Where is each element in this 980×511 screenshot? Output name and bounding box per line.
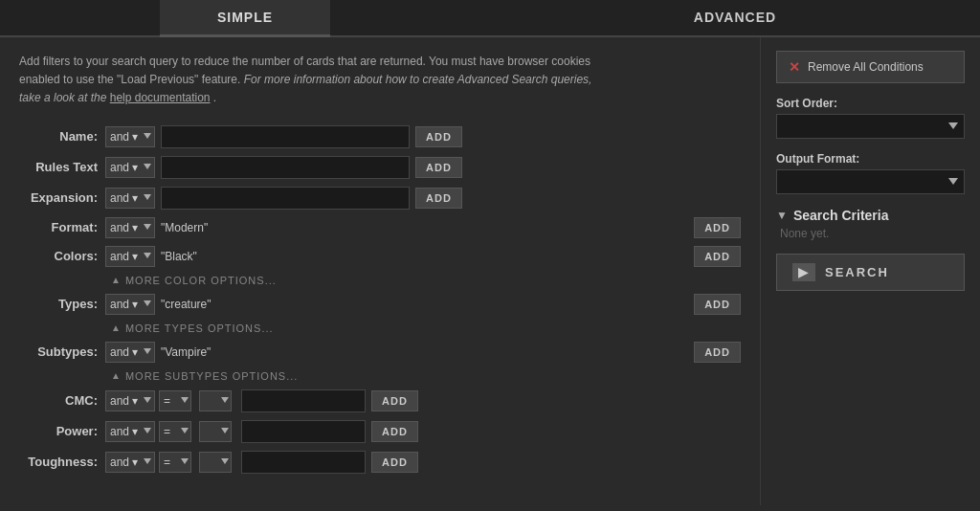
colors-label: Colors: [19,249,105,263]
format-operator[interactable]: and ▾or ▾not ▾ [105,217,155,238]
rules-text-row: Rules Text and ▾or ▾not ▾ ADD [19,156,741,179]
more-subtypes-arrow-icon: ▲ [111,370,122,381]
more-subtypes-options[interactable]: ▲ MORE SUBTYPES OPTIONS... [111,370,741,382]
rules-text-add-button[interactable]: ADD [415,157,462,178]
main-container: Add filters to your search query to redu… [0,37,980,505]
types-label: Types: [19,297,105,311]
types-row: Types: and ▾or ▾not ▾ "creature" ADD [19,294,741,315]
cmc-label: CMC: [19,393,105,408]
x-icon: ✕ [789,59,800,75]
name-label: Name: [19,129,105,144]
more-types-arrow-icon: ▲ [111,322,122,333]
cmc-val[interactable]: 12 [199,390,232,411]
expansion-add-button[interactable]: ADD [415,188,462,209]
cmc-row: CMC: and ▾or ▾not ▾ =<> 12 ADD [19,389,741,412]
rules-text-input[interactable] [161,156,410,179]
help-link[interactable]: help documentation [110,91,211,104]
expansion-row: Expansion: and ▾or ▾not ▾ ADD [19,187,741,210]
toughness-row: Toughness: and ▾or ▾not ▾ =<> 12 ADD [19,451,741,474]
name-input[interactable] [161,125,410,148]
types-value: "creature" [161,298,688,311]
colors-value: "Black" [161,250,688,263]
left-panel: Add filters to your search query to redu… [0,37,760,505]
cmc-eq[interactable]: =<> [159,390,191,411]
format-value: "Modern" [161,221,688,234]
subtypes-add-button[interactable]: ADD [694,342,741,363]
none-yet-text: None yet. [776,227,965,240]
search-button[interactable]: ▶ SEARCH [776,254,965,291]
toughness-input[interactable] [241,451,366,474]
toughness-add-button[interactable]: ADD [371,452,418,473]
colors-add-button[interactable]: ADD [694,246,741,267]
chevron-down-icon: ▼ [776,209,788,222]
tab-advanced[interactable]: ADVANCED [636,0,834,37]
toughness-label: Toughness: [19,455,105,469]
power-input[interactable] [241,420,366,443]
format-label: Format: [19,220,105,234]
colors-row: Colors: and ▾or ▾not ▾ "Black" ADD [19,246,741,267]
tab-bar: SIMPLE ADVANCED [0,0,980,37]
more-color-arrow-icon: ▲ [111,275,122,285]
cmc-add-button[interactable]: ADD [371,390,418,411]
cmc-operator[interactable]: and ▾or ▾not ▾ [105,390,155,411]
toughness-operator[interactable]: and ▾or ▾not ▾ [105,452,155,473]
right-panel: ✕ Remove All Conditions Sort Order: Name… [760,37,980,505]
output-format-label: Output Format: [776,152,965,166]
colors-operator[interactable]: and ▾or ▾not ▾ [105,246,155,267]
sort-order-label: Sort Order: [776,97,965,110]
remove-all-button[interactable]: ✕ Remove All Conditions [776,51,965,83]
expansion-input[interactable] [161,187,410,210]
search-criteria-section: ▼ Search Criteria None yet. [776,208,965,240]
power-label: Power: [19,424,105,438]
expansion-label: Expansion: [19,190,105,205]
power-row: Power: and ▾or ▾not ▾ =<> 12 ADD [19,420,741,443]
sort-order-section: Sort Order: Name Color Expansion [776,97,965,139]
subtypes-value: "Vampire" [161,345,688,359]
types-add-button[interactable]: ADD [694,294,741,315]
name-add-button[interactable]: ADD [415,126,462,147]
cmc-input[interactable] [241,389,366,412]
power-val[interactable]: 12 [199,421,232,442]
power-operator[interactable]: and ▾or ▾not ▾ [105,421,155,442]
expansion-operator[interactable]: and ▾or ▾not ▾ [105,188,155,209]
name-operator[interactable]: and ▾or ▾not ▾ [105,126,155,147]
format-row: Format: and ▾or ▾not ▾ "Modern" ADD [19,217,741,238]
name-row: Name: and ▾or ▾not ▾ ADD [19,125,741,148]
types-operator[interactable]: and ▾or ▾not ▾ [105,294,155,315]
search-arrow-icon: ▶ [792,263,815,281]
sort-order-select[interactable]: Name Color Expansion [776,114,965,139]
subtypes-row: Subtypes: and ▾or ▾not ▾ "Vampire" ADD [19,342,741,363]
more-color-options[interactable]: ▲ MORE COLOR OPTIONS... [111,275,741,286]
rules-text-label: Rules Text [19,160,105,174]
search-criteria-header[interactable]: ▼ Search Criteria [776,208,965,223]
format-add-button[interactable]: ADD [694,217,741,238]
info-text: Add filters to your search query to redu… [19,53,593,108]
power-eq[interactable]: =<> [159,421,191,442]
power-add-button[interactable]: ADD [371,421,418,442]
more-types-options[interactable]: ▲ MORE TYPES OPTIONS... [111,322,741,334]
output-format-section: Output Format: Standard Compact [776,152,965,194]
toughness-eq[interactable]: =<> [159,452,191,473]
tab-simple[interactable]: SIMPLE [160,0,330,37]
subtypes-operator[interactable]: and ▾or ▾not ▾ [105,342,155,363]
rules-text-operator[interactable]: and ▾or ▾not ▾ [105,157,155,178]
toughness-val[interactable]: 12 [199,452,232,473]
subtypes-label: Subtypes: [19,344,105,359]
output-format-select[interactable]: Standard Compact [776,169,965,194]
